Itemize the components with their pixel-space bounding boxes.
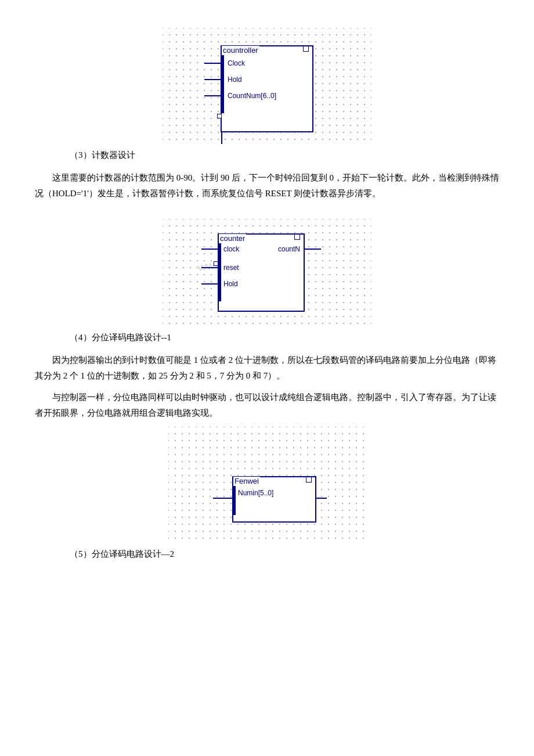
diagram3-wrapper: Fenwei Numin[5..0] [35, 427, 499, 543]
numin-hline [213, 498, 233, 499]
port-numin: Numin[5..0] [238, 489, 273, 497]
port-countnum: CountNum[6..0] [228, 92, 276, 100]
diagram1-wrapper: countroller Clock Hold CountNum[6..0] [35, 28, 499, 144]
fenwei-left-bar [233, 486, 236, 515]
countroller-block: countroller Clock Hold CountNum[6..0] [221, 45, 313, 132]
fenwei-block: Fenwei Numin[5..0] [232, 476, 316, 523]
reset-connector [214, 261, 218, 266]
para3-text: 与控制器一样，分位电路同样可以由时钟驱动，也可以设计成纯组合逻辑电路。控制器中，… [35, 390, 499, 421]
countn-hline [304, 249, 321, 250]
bottom-vline [221, 132, 222, 144]
top-right-connector [303, 46, 309, 52]
counter-left-bar [219, 243, 221, 301]
counter-label: counter [219, 234, 246, 243]
clock-hline [201, 249, 219, 250]
fenwei-top-right-connector [306, 477, 312, 483]
fenwei-out-hline [315, 498, 327, 499]
diagram2-area: www.bdocx.com counter clock reset Hold c… [163, 219, 371, 326]
port-hold2: Hold [223, 280, 238, 288]
fenwei-label: Fenwei [233, 477, 260, 485]
counter-top-right-connector [294, 234, 300, 240]
counter-block: counter clock reset Hold countN [218, 233, 305, 312]
caption1: （3）计数器设计 [70, 150, 499, 161]
port-countn: countN [278, 245, 300, 253]
caption2: （4）分位译码电路设计--1 [70, 332, 499, 343]
diagram2-wrapper: www.bdocx.com counter clock reset Hold c… [35, 219, 499, 326]
port-clock: Clock [228, 59, 245, 67]
bottom-connector [217, 114, 222, 118]
para2-text: 因为控制器输出的到计时数值可能是 1 位或者 2 位十进制数，所以在七段数码管的… [35, 352, 499, 384]
diagram3-area: Fenwei Numin[5..0] [168, 427, 366, 543]
port-clock: clock [223, 245, 239, 253]
hold-hline [201, 283, 219, 285]
caption3: （5）分位译码电路设计—2 [70, 549, 499, 560]
diagram1-area: countroller Clock Hold CountNum[6..0] [163, 28, 371, 144]
port-reset: reset [223, 264, 239, 272]
port-hold: Hold [228, 75, 242, 84]
left-bar [222, 55, 224, 113]
para1-text: 这里需要的计数器的计数范围为 0-90。计到 90 后，下一个时钟沿回复到 0，… [35, 170, 499, 201]
hold-line [204, 79, 222, 80]
countroller-label: countroller [222, 46, 259, 55]
page-content: countroller Clock Hold CountNum[6..0] （3… [35, 28, 499, 560]
countnum-line [204, 95, 222, 96]
reset-hline [201, 267, 219, 268]
clock-line [204, 63, 222, 64]
